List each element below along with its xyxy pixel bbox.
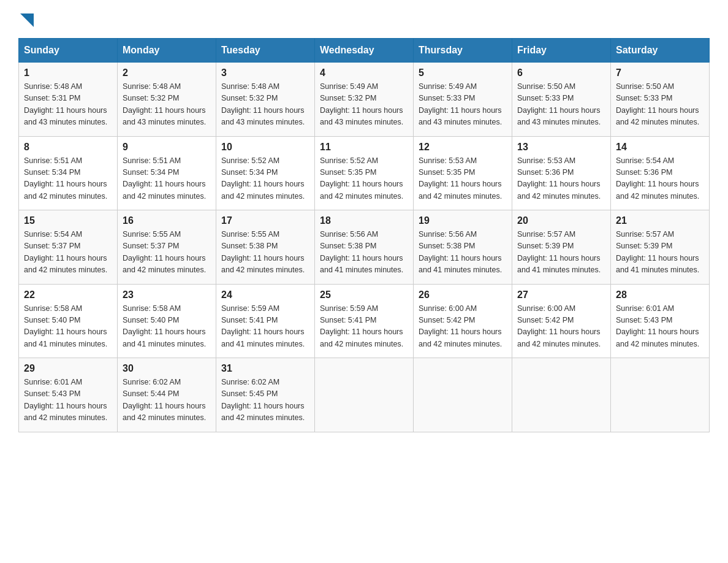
day-number: 24 bbox=[221, 289, 309, 301]
header-sunday: Sunday bbox=[19, 39, 118, 63]
calendar-header-row: SundayMondayTuesdayWednesdayThursdayFrid… bbox=[19, 39, 710, 63]
header-thursday: Thursday bbox=[414, 39, 512, 63]
day-info: Sunrise: 5:58 AMSunset: 5:40 PMDaylight:… bbox=[24, 304, 107, 348]
calendar-cell: 25 Sunrise: 5:59 AMSunset: 5:41 PMDaylig… bbox=[315, 284, 414, 358]
calendar-cell bbox=[414, 358, 512, 432]
day-number: 22 bbox=[24, 289, 112, 301]
calendar-cell: 16 Sunrise: 5:55 AMSunset: 5:37 PMDaylig… bbox=[118, 210, 216, 285]
day-info: Sunrise: 5:48 AMSunset: 5:31 PMDaylight:… bbox=[24, 82, 107, 126]
day-info: Sunrise: 5:57 AMSunset: 5:39 PMDaylight:… bbox=[517, 230, 601, 274]
calendar-cell bbox=[315, 358, 414, 432]
calendar-cell: 29 Sunrise: 6:01 AMSunset: 5:43 PMDaylig… bbox=[19, 358, 118, 432]
header-tuesday: Tuesday bbox=[216, 39, 315, 63]
calendar-cell: 9 Sunrise: 5:51 AMSunset: 5:34 PMDayligh… bbox=[118, 136, 216, 210]
day-number: 12 bbox=[419, 142, 507, 153]
calendar-week-row: 29 Sunrise: 6:01 AMSunset: 5:43 PMDaylig… bbox=[19, 358, 710, 432]
calendar-cell: 31 Sunrise: 6:02 AMSunset: 5:45 PMDaylig… bbox=[216, 358, 315, 432]
day-info: Sunrise: 5:48 AMSunset: 5:32 PMDaylight:… bbox=[221, 82, 305, 126]
calendar-cell: 19 Sunrise: 5:56 AMSunset: 5:38 PMDaylig… bbox=[414, 210, 512, 285]
day-number: 26 bbox=[419, 289, 507, 301]
day-number: 7 bbox=[616, 67, 704, 79]
calendar-cell: 5 Sunrise: 5:49 AMSunset: 5:33 PMDayligh… bbox=[414, 63, 512, 137]
logo-arrow-icon bbox=[20, 13, 34, 29]
calendar-cell: 15 Sunrise: 5:54 AMSunset: 5:37 PMDaylig… bbox=[19, 210, 118, 285]
day-info: Sunrise: 5:59 AMSunset: 5:41 PMDaylight:… bbox=[320, 304, 403, 348]
day-info: Sunrise: 5:50 AMSunset: 5:33 PMDaylight:… bbox=[517, 82, 601, 126]
calendar-cell: 8 Sunrise: 5:51 AMSunset: 5:34 PMDayligh… bbox=[19, 136, 118, 210]
day-info: Sunrise: 5:49 AMSunset: 5:32 PMDaylight:… bbox=[320, 82, 403, 126]
day-info: Sunrise: 5:52 AMSunset: 5:35 PMDaylight:… bbox=[320, 156, 403, 201]
day-info: Sunrise: 5:48 AMSunset: 5:32 PMDaylight:… bbox=[123, 82, 206, 126]
calendar-cell: 10 Sunrise: 5:52 AMSunset: 5:34 PMDaylig… bbox=[216, 136, 315, 210]
day-info: Sunrise: 6:02 AMSunset: 5:44 PMDaylight:… bbox=[123, 378, 206, 422]
calendar-cell: 26 Sunrise: 6:00 AMSunset: 5:42 PMDaylig… bbox=[414, 284, 512, 358]
calendar-cell: 30 Sunrise: 6:02 AMSunset: 5:44 PMDaylig… bbox=[118, 358, 216, 432]
day-number: 17 bbox=[221, 215, 309, 226]
day-info: Sunrise: 5:57 AMSunset: 5:39 PMDaylight:… bbox=[616, 230, 699, 274]
day-info: Sunrise: 6:01 AMSunset: 5:43 PMDaylight:… bbox=[24, 378, 107, 422]
calendar-cell: 24 Sunrise: 5:59 AMSunset: 5:41 PMDaylig… bbox=[216, 284, 315, 358]
calendar-cell: 20 Sunrise: 5:57 AMSunset: 5:39 PMDaylig… bbox=[512, 210, 611, 285]
day-number: 14 bbox=[616, 142, 704, 153]
day-number: 1 bbox=[24, 67, 112, 79]
day-number: 18 bbox=[320, 215, 408, 226]
day-number: 27 bbox=[517, 289, 605, 301]
day-info: Sunrise: 5:49 AMSunset: 5:33 PMDaylight:… bbox=[419, 82, 502, 126]
day-number: 6 bbox=[517, 67, 605, 79]
calendar-week-row: 1 Sunrise: 5:48 AMSunset: 5:31 PMDayligh… bbox=[19, 63, 710, 137]
day-info: Sunrise: 5:55 AMSunset: 5:37 PMDaylight:… bbox=[123, 230, 206, 274]
day-info: Sunrise: 5:56 AMSunset: 5:38 PMDaylight:… bbox=[320, 230, 403, 274]
day-info: Sunrise: 6:00 AMSunset: 5:42 PMDaylight:… bbox=[419, 304, 502, 348]
calendar-cell: 12 Sunrise: 5:53 AMSunset: 5:35 PMDaylig… bbox=[414, 136, 512, 210]
header-wednesday: Wednesday bbox=[315, 39, 414, 63]
calendar-cell: 4 Sunrise: 5:49 AMSunset: 5:32 PMDayligh… bbox=[315, 63, 414, 137]
calendar-cell bbox=[512, 358, 611, 432]
day-info: Sunrise: 5:56 AMSunset: 5:38 PMDaylight:… bbox=[419, 230, 502, 274]
day-info: Sunrise: 5:53 AMSunset: 5:36 PMDaylight:… bbox=[517, 156, 601, 201]
calendar-cell: 17 Sunrise: 5:55 AMSunset: 5:38 PMDaylig… bbox=[216, 210, 315, 285]
calendar-cell: 13 Sunrise: 5:53 AMSunset: 5:36 PMDaylig… bbox=[512, 136, 611, 210]
day-info: Sunrise: 6:01 AMSunset: 5:43 PMDaylight:… bbox=[616, 304, 699, 348]
day-number: 10 bbox=[221, 142, 309, 153]
logo bbox=[18, 12, 34, 26]
header-monday: Monday bbox=[118, 39, 216, 63]
calendar-cell: 18 Sunrise: 5:56 AMSunset: 5:38 PMDaylig… bbox=[315, 210, 414, 285]
day-number: 13 bbox=[517, 142, 605, 153]
day-number: 16 bbox=[123, 215, 211, 226]
svg-marker-0 bbox=[20, 13, 34, 27]
calendar-week-row: 15 Sunrise: 5:54 AMSunset: 5:37 PMDaylig… bbox=[19, 210, 710, 285]
day-number: 28 bbox=[616, 289, 704, 301]
page-header bbox=[18, 12, 710, 26]
day-number: 25 bbox=[320, 289, 408, 301]
day-number: 3 bbox=[221, 67, 309, 79]
day-number: 20 bbox=[517, 215, 605, 226]
day-info: Sunrise: 5:54 AMSunset: 5:37 PMDaylight:… bbox=[24, 230, 107, 274]
day-number: 9 bbox=[123, 142, 211, 153]
calendar-cell bbox=[611, 358, 710, 432]
day-info: Sunrise: 5:51 AMSunset: 5:34 PMDaylight:… bbox=[123, 156, 206, 201]
calendar-cell: 6 Sunrise: 5:50 AMSunset: 5:33 PMDayligh… bbox=[512, 63, 611, 137]
day-info: Sunrise: 5:53 AMSunset: 5:35 PMDaylight:… bbox=[419, 156, 502, 201]
day-info: Sunrise: 5:59 AMSunset: 5:41 PMDaylight:… bbox=[221, 304, 305, 348]
header-friday: Friday bbox=[512, 39, 611, 63]
calendar-cell: 11 Sunrise: 5:52 AMSunset: 5:35 PMDaylig… bbox=[315, 136, 414, 210]
calendar-week-row: 8 Sunrise: 5:51 AMSunset: 5:34 PMDayligh… bbox=[19, 136, 710, 210]
day-info: Sunrise: 5:55 AMSunset: 5:38 PMDaylight:… bbox=[221, 230, 305, 274]
calendar-cell: 7 Sunrise: 5:50 AMSunset: 5:33 PMDayligh… bbox=[611, 63, 710, 137]
day-number: 11 bbox=[320, 142, 408, 153]
calendar-cell: 2 Sunrise: 5:48 AMSunset: 5:32 PMDayligh… bbox=[118, 63, 216, 137]
day-info: Sunrise: 5:51 AMSunset: 5:34 PMDaylight:… bbox=[24, 156, 107, 201]
day-info: Sunrise: 6:02 AMSunset: 5:45 PMDaylight:… bbox=[221, 378, 305, 422]
day-number: 15 bbox=[24, 215, 112, 226]
day-info: Sunrise: 5:54 AMSunset: 5:36 PMDaylight:… bbox=[616, 156, 699, 201]
calendar-cell: 22 Sunrise: 5:58 AMSunset: 5:40 PMDaylig… bbox=[19, 284, 118, 358]
day-number: 21 bbox=[616, 215, 704, 226]
day-number: 23 bbox=[123, 289, 211, 301]
calendar-cell: 1 Sunrise: 5:48 AMSunset: 5:31 PMDayligh… bbox=[19, 63, 118, 137]
day-number: 8 bbox=[24, 142, 112, 153]
header-saturday: Saturday bbox=[611, 39, 710, 63]
calendar-cell: 3 Sunrise: 5:48 AMSunset: 5:32 PMDayligh… bbox=[216, 63, 315, 137]
calendar-table: SundayMondayTuesdayWednesdayThursdayFrid… bbox=[18, 38, 710, 432]
day-number: 5 bbox=[419, 67, 507, 79]
calendar-cell: 28 Sunrise: 6:01 AMSunset: 5:43 PMDaylig… bbox=[611, 284, 710, 358]
